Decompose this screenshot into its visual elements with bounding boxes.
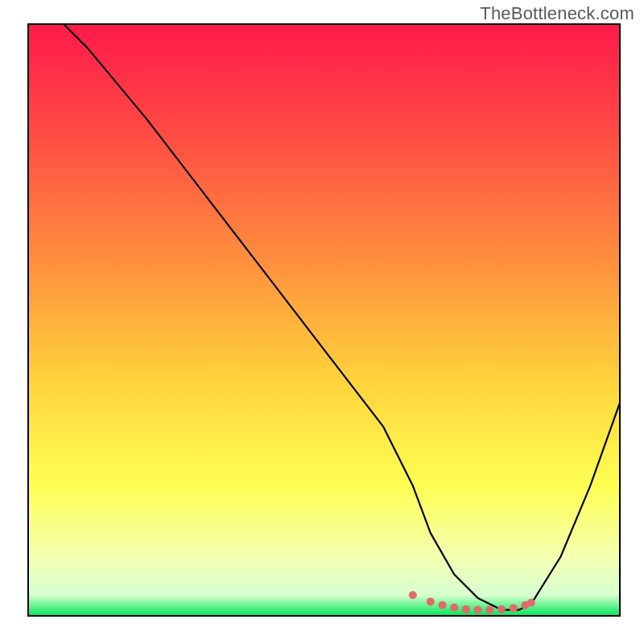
valley-dot	[427, 597, 435, 605]
valley-dot	[450, 604, 458, 612]
valley-dot	[439, 601, 447, 609]
valley-dot	[485, 606, 493, 614]
valley-dot	[527, 599, 535, 607]
valley-dot	[409, 591, 417, 599]
valley-dot	[474, 606, 482, 614]
plot-background	[28, 24, 620, 616]
valley-dot	[510, 604, 518, 612]
valley-dot	[497, 605, 506, 613]
chart-container: TheBottleneck.com	[0, 0, 644, 644]
valley-dot	[462, 605, 470, 613]
bottleneck-chart	[0, 0, 644, 644]
